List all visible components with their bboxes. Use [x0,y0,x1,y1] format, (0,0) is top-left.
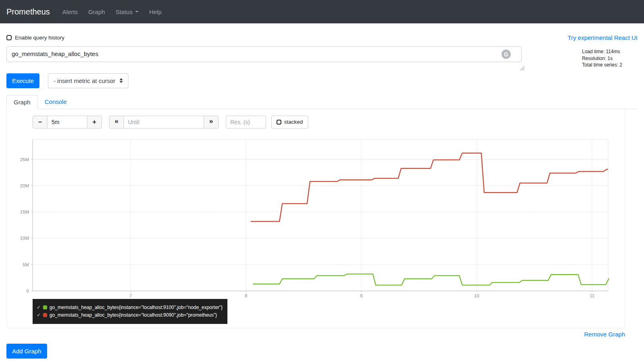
until-input[interactable] [124,116,204,129]
select-caret-icon [120,78,123,83]
remove-graph-link[interactable]: Remove Graph [584,331,625,338]
query-expression-input[interactable]: go_memstats_heap_alloc_bytes [6,46,522,62]
series-line-node-exporter [253,274,609,285]
time-back-button[interactable]: « [109,116,124,129]
prometheus-brand[interactable]: Prometheus [6,7,50,17]
execute-row: Execute - insert metric at cursor [6,73,638,88]
chart-wrap: 789101105M10M15M20M25M [18,137,615,298]
until-input-group: « » [109,116,219,129]
tab-graph[interactable]: Graph [6,95,38,109]
y-tick-label: 5M [23,262,29,267]
tab-console[interactable]: Console [38,95,74,109]
enable-query-history: Enable query history [6,35,64,41]
metrics-chart[interactable]: 789101105M10M15M20M25M [18,137,615,298]
x-tick-label: 11 [590,293,594,298]
nav-item-alerts[interactable]: Alerts [57,8,83,15]
resolution-input[interactable] [226,116,266,129]
resize-grip-icon[interactable] [519,65,524,72]
total-time-series: Total time series: 2 [582,62,622,68]
x-tick-label: 9 [360,293,363,298]
page-content: Enable query history Try experimental Re… [0,34,644,359]
y-tick-label: 10M [20,236,29,241]
check-icon: ✔ [37,304,41,311]
check-icon: ✔ [37,311,41,319]
stacked-checkbox-icon [277,120,281,124]
y-tick-label: 15M [20,210,29,214]
legend-item[interactable]: ✔ go_memstats_heap_alloc_bytes{instance=… [37,311,223,319]
legend-label: go_memstats_heap_alloc_bytes{instance="l… [50,304,223,311]
legend-label: go_memstats_heap_alloc_bytes{instance="l… [50,311,217,319]
enable-query-history-label: Enable query history [15,35,64,41]
stacked-toggle[interactable]: stacked [271,116,308,129]
nav-item-help[interactable]: Help [144,8,167,15]
react-ui-link[interactable]: Try experimental React UI [568,34,638,41]
x-tick-label: 10 [474,293,479,298]
add-graph-button[interactable]: Add Graph [6,344,47,359]
y-tick-label: 0 [27,288,29,293]
graph-controls: − + « » stacked [33,116,625,129]
resolution: Resolution: 1s [582,55,622,62]
history-row: Enable query history Try experimental Re… [6,34,638,41]
range-input[interactable] [47,116,87,129]
y-tick-label: 25M [20,157,29,162]
legend-item[interactable]: ✔ go_memstats_heap_alloc_bytes{instance=… [37,304,223,311]
nav-item-graph[interactable]: Graph [83,8,110,15]
tab-bar: Graph Console [6,95,638,109]
graph-pane: − + « » stacked 789101105M10M15M20M25M ✔ [6,109,625,328]
navbar: Prometheus Alerts Graph Status Help [0,0,644,23]
nav-item-status[interactable]: Status [110,8,144,15]
chart-legend: ✔ go_memstats_heap_alloc_bytes{instance=… [33,299,227,324]
time-forward-button[interactable]: » [204,116,219,129]
query-input-wrap: go_memstats_heap_alloc_bytes G [6,46,522,68]
load-time: Load time: 114ms [582,48,622,55]
enable-query-history-checkbox[interactable] [6,35,12,40]
caret-down-icon [135,11,138,12]
x-tick-label: 8 [245,293,247,298]
query-stats: Load time: 114ms Resolution: 1s Total ti… [582,46,622,68]
insert-metric-select[interactable]: - insert metric at cursor [48,73,128,88]
x-tick-label: 7 [129,293,132,298]
series-color-swatch [43,305,47,309]
execute-button[interactable]: Execute [6,73,39,88]
query-row: go_memstats_heap_alloc_bytes G Load time… [6,46,638,68]
range-increase-button[interactable]: + [87,116,102,129]
series-color-swatch [43,313,47,317]
y-tick-label: 20M [20,183,29,188]
range-input-group: − + [33,116,102,129]
range-decrease-button[interactable]: − [33,116,47,129]
add-graph-row: Add Graph [6,344,638,359]
grammarly-icon[interactable]: G [502,50,511,59]
remove-graph-row: Remove Graph [6,331,638,338]
series-line-prometheus [251,153,608,221]
